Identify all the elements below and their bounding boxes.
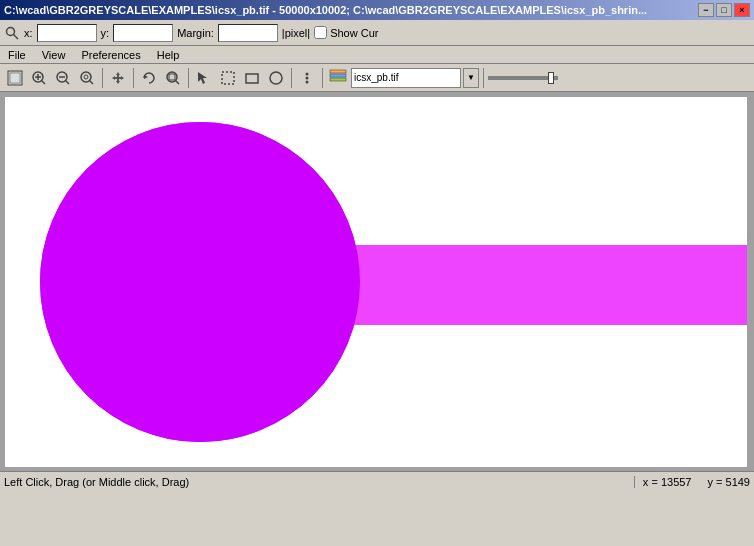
canvas-area[interactable] (0, 92, 754, 471)
file-combo-text: icsx_pb.tif (354, 72, 398, 83)
home-button[interactable] (4, 67, 26, 89)
file-combo[interactable]: icsx_pb.tif (351, 68, 461, 88)
layer-icon (327, 67, 349, 89)
file-selector: icsx_pb.tif ▼ (327, 67, 479, 89)
menu-view[interactable]: View (38, 47, 70, 63)
svg-rect-17 (169, 74, 175, 80)
select-button[interactable] (193, 67, 215, 89)
svg-point-24 (306, 80, 309, 83)
svg-line-16 (176, 80, 180, 84)
svg-marker-14 (144, 75, 148, 79)
zoom-out-button[interactable] (52, 67, 74, 89)
svg-rect-19 (222, 72, 234, 84)
pixel-label: |pixel| (282, 27, 310, 39)
refresh-button[interactable] (138, 67, 160, 89)
toolbar-sep-6 (483, 68, 484, 88)
svg-point-0 (7, 27, 15, 35)
brightness-slider[interactable] (488, 71, 568, 85)
svg-point-23 (306, 76, 309, 79)
svg-point-22 (306, 72, 309, 75)
toolbar-sep-1 (102, 68, 103, 88)
circle-button[interactable] (265, 67, 287, 89)
image-canvas (5, 97, 747, 467)
svg-line-1 (14, 34, 19, 39)
x-input[interactable] (37, 24, 97, 42)
y-coord-status: y = 5149 (707, 476, 750, 488)
margin-label: Margin: (177, 27, 214, 39)
zoom-window-button[interactable] (162, 67, 184, 89)
select-rect-button[interactable] (217, 67, 239, 89)
menu-bar: File View Preferences Help (0, 46, 754, 64)
status-left: Left Click, Drag (or Middle click, Drag) (4, 476, 635, 488)
show-cur-container: Show Cur (314, 26, 378, 39)
svg-line-12 (90, 80, 94, 84)
svg-line-9 (66, 80, 70, 84)
svg-point-31 (40, 122, 360, 442)
zoom-in-button[interactable] (28, 67, 50, 89)
toolbar: icsx_pb.tif ▼ (0, 64, 754, 92)
toolbar-sep-3 (188, 68, 189, 88)
svg-line-5 (42, 80, 46, 84)
toolbar-sep-5 (322, 68, 323, 88)
maximize-button[interactable]: □ (716, 3, 732, 17)
x-coord-status: x = 13557 (643, 476, 692, 488)
y-input[interactable] (113, 24, 173, 42)
file-combo-arrow[interactable]: ▼ (463, 68, 479, 88)
show-cur-label: Show Cur (330, 27, 378, 39)
menu-help[interactable]: Help (153, 47, 184, 63)
svg-point-21 (270, 72, 282, 84)
rect-draw-button[interactable] (241, 67, 263, 89)
status-right: x = 13557 y = 5149 (635, 476, 750, 488)
coord-bar: x: y: Margin: |pixel| Show Cur (0, 20, 754, 46)
svg-rect-20 (246, 74, 258, 83)
pan-button[interactable] (107, 67, 129, 89)
svg-rect-3 (10, 73, 20, 83)
toolbar-sep-4 (291, 68, 292, 88)
minimize-button[interactable]: − (698, 3, 714, 17)
search-icon (4, 25, 20, 41)
svg-rect-26 (330, 78, 346, 81)
window-title: C:\wcad\GBR2GREYSCALE\EXAMPLES\icsx_pb.t… (4, 4, 698, 16)
toolbar-sep-2 (133, 68, 134, 88)
status-bar: Left Click, Drag (or Middle click, Drag)… (0, 471, 754, 491)
margin-input[interactable] (218, 24, 278, 42)
svg-rect-27 (330, 70, 346, 73)
title-bar: C:\wcad\GBR2GREYSCALE\EXAMPLES\icsx_pb.t… (0, 0, 754, 20)
close-button[interactable]: × (734, 3, 750, 17)
y-label: y: (101, 27, 110, 39)
window-controls: − □ × (698, 3, 750, 17)
show-cur-checkbox[interactable] (314, 26, 327, 39)
brightness-thumb (548, 72, 554, 84)
menu-file[interactable]: File (4, 47, 30, 63)
more-tools-button[interactable] (296, 67, 318, 89)
zoom-fit-button[interactable] (76, 67, 98, 89)
brightness-track (488, 76, 558, 80)
x-label: x: (24, 27, 33, 39)
menu-preferences[interactable]: Preferences (77, 47, 144, 63)
svg-rect-25 (330, 74, 346, 77)
svg-point-13 (84, 75, 88, 79)
svg-marker-18 (198, 72, 207, 84)
shape-svg (5, 97, 747, 467)
